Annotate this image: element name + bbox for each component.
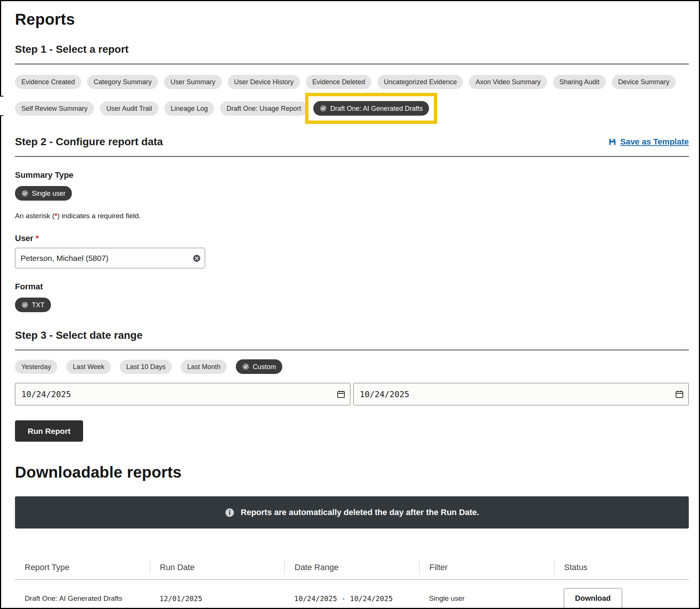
chip-label: Last Week xyxy=(73,363,104,370)
chip-label: Category Summary xyxy=(94,79,152,85)
chip-label: Evidence Deleted xyxy=(312,79,365,85)
chip-last-month[interactable]: Last Month xyxy=(181,360,227,374)
selected-chip-txt[interactable]: TXT xyxy=(15,298,51,312)
chip-self-review-summary[interactable]: Self Review Summary xyxy=(15,101,94,116)
end-date-field xyxy=(353,383,689,405)
selected-chip-single-user[interactable]: Single user xyxy=(15,186,72,201)
chip-label: Draft One: AI Generated Drafts xyxy=(330,105,423,112)
chip-label: Lineage Log xyxy=(171,105,208,112)
chip-lineage-log[interactable]: Lineage Log xyxy=(164,101,214,116)
chip-evidence-deleted[interactable]: Evidence Deleted xyxy=(306,75,371,89)
auto-delete-notice-text: Reports are automatically deleted the da… xyxy=(241,508,479,517)
chip-user-audit-trail[interactable]: User Audit Trail xyxy=(100,101,158,116)
check-circle-icon xyxy=(21,190,28,197)
format-chips: TXT xyxy=(15,298,689,312)
x-circle-icon xyxy=(193,254,201,262)
end-date-input[interactable] xyxy=(353,383,689,405)
chip-last-10-days[interactable]: Last 10 Days xyxy=(120,360,172,374)
start-date-calendar-button[interactable] xyxy=(337,390,346,399)
column-header-run-date: Run Date xyxy=(150,561,284,574)
chip-draft-one-usage-report[interactable]: Draft One: Usage Report xyxy=(220,101,307,116)
chip-sharing-audit[interactable]: Sharing Audit xyxy=(553,75,606,89)
user-required-asterisk: * xyxy=(36,234,39,243)
cell-date-range: 10/24/2025 - 10/24/2025 xyxy=(284,594,419,603)
user-field-label: User* xyxy=(15,234,689,243)
left-edge-notch xyxy=(0,96,3,116)
date-range-chips: YesterdayLast WeekLast 10 DaysLast Month… xyxy=(15,359,689,374)
user-label-text: User xyxy=(15,234,33,243)
column-header-filter: Filter xyxy=(419,561,554,574)
reports-page: Reports Step 1 - Select a report Evidenc… xyxy=(0,10,700,609)
save-as-template-link[interactable]: Save as Template xyxy=(608,137,689,147)
chip-label: User Summary xyxy=(170,79,215,85)
chip-label: User Device History xyxy=(234,79,293,85)
chip-label: Custom xyxy=(253,363,276,370)
user-field xyxy=(15,248,205,268)
start-date-field xyxy=(15,383,350,405)
download-button[interactable]: Download xyxy=(564,588,622,609)
start-date-input[interactable] xyxy=(15,383,350,405)
chip-label: Yesterday xyxy=(21,363,51,370)
step2-divider xyxy=(15,156,689,157)
step3-section: Step 3 - Select date range YesterdayLast… xyxy=(15,329,689,442)
end-date-calendar-button[interactable] xyxy=(675,390,684,399)
floppy-disk-icon xyxy=(608,138,617,146)
chip-label: Device Summary xyxy=(618,79,669,85)
selected-chip-draft-one-ai-generated-drafts[interactable]: Draft One: AI Generated Drafts xyxy=(313,101,429,116)
step2-section: Step 2 - Configure report data Save as T… xyxy=(15,136,689,312)
info-circle-icon xyxy=(225,508,235,518)
chip-label: Last 10 Days xyxy=(126,363,165,370)
chip-category-summary[interactable]: Category Summary xyxy=(87,75,158,89)
downloadable-reports-table: Report TypeRun DateDate RangeFilterStatu… xyxy=(15,561,689,609)
calendar-icon xyxy=(675,390,684,399)
chip-label: Axon Video Summary xyxy=(475,79,541,85)
cell-status: Download xyxy=(554,588,689,609)
chip-device-summary[interactable]: Device Summary xyxy=(612,75,676,89)
chip-label: TXT xyxy=(32,302,45,308)
calendar-icon xyxy=(337,390,346,399)
clear-user-button[interactable] xyxy=(193,254,201,262)
run-report-button[interactable]: Run Report xyxy=(15,420,83,442)
auto-delete-notice-banner: Reports are automatically deleted the da… xyxy=(15,496,689,529)
chip-label: User Audit Trail xyxy=(106,105,152,112)
chip-label: Last Month xyxy=(187,363,220,370)
downloadable-reports-section: Downloadable reports Reports are automat… xyxy=(15,463,689,609)
chip-last-week[interactable]: Last Week xyxy=(66,360,111,374)
step1-divider xyxy=(15,64,689,64)
step2-heading: Step 2 - Configure report data xyxy=(15,136,163,148)
cell-run-date: 12/01/2025 xyxy=(150,594,284,603)
cell-filter: Single user xyxy=(419,594,554,603)
column-header-date-range: Date Range xyxy=(284,561,419,574)
required-field-note: An asterisk (*) indicates a required fie… xyxy=(15,212,689,220)
check-circle-icon xyxy=(21,301,28,308)
step1-section: Step 1 - Select a report Evidence Create… xyxy=(15,43,689,116)
table-header: Report TypeRun DateDate RangeFilterStatu… xyxy=(15,561,689,580)
save-as-template-label: Save as Template xyxy=(620,137,689,147)
chip-label: Draft One: Usage Report xyxy=(226,105,301,112)
chip-yesterday[interactable]: Yesterday xyxy=(15,360,57,374)
page-title: Reports xyxy=(15,10,689,28)
chip-label: Single user xyxy=(32,190,66,197)
chip-label: Sharing Audit xyxy=(559,79,599,85)
step1-heading: Step 1 - Select a report xyxy=(15,43,689,55)
step3-divider xyxy=(15,350,689,350)
check-circle-icon xyxy=(242,363,249,370)
chip-label: Self Review Summary xyxy=(21,105,88,112)
chip-user-summary[interactable]: User Summary xyxy=(164,75,222,89)
chip-uncategorized-evidence[interactable]: Uncategorized Evidence xyxy=(377,75,463,89)
chip-label: Evidence Created xyxy=(21,79,75,85)
date-inputs-row xyxy=(15,383,689,405)
downloadable-reports-heading: Downloadable reports xyxy=(15,463,689,481)
column-header-status: Status xyxy=(554,561,689,574)
report-type-chips: Evidence CreatedCategory SummaryUser Sum… xyxy=(15,75,689,116)
column-header-report-type: Report Type xyxy=(15,561,150,574)
selected-chip-custom[interactable]: Custom xyxy=(236,359,282,374)
highlight-annotation: Draft One: AI Generated Drafts xyxy=(313,101,429,116)
table-row: Draft One: AI Generated Drafts12/01/2025… xyxy=(15,580,689,609)
chip-axon-video-summary[interactable]: Axon Video Summary xyxy=(469,75,547,89)
chip-user-device-history[interactable]: User Device History xyxy=(228,75,300,89)
chip-evidence-created[interactable]: Evidence Created xyxy=(15,75,81,89)
user-input[interactable] xyxy=(15,248,205,268)
chip-label: Uncategorized Evidence xyxy=(384,79,457,85)
table-body: Draft One: AI Generated Drafts12/01/2025… xyxy=(15,580,689,609)
